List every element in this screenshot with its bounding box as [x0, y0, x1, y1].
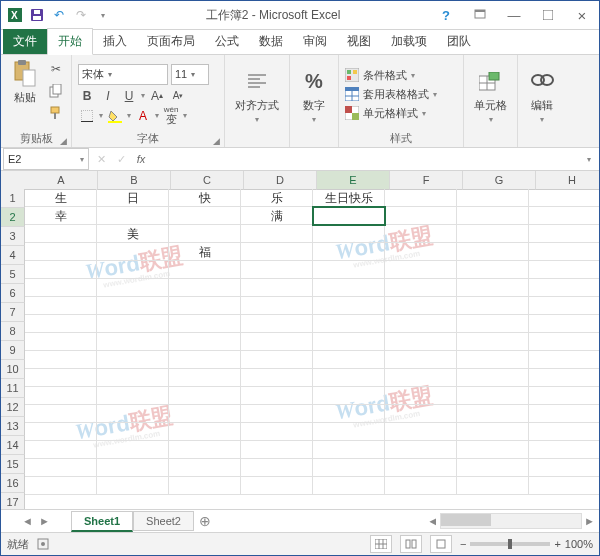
tab-home[interactable]: 开始 [47, 28, 93, 55]
cell-C13[interactable] [169, 405, 241, 423]
cell-A2[interactable]: 幸 [25, 207, 97, 225]
page-break-view-icon[interactable] [430, 535, 452, 553]
cell-D16[interactable] [241, 459, 313, 477]
font-launcher-icon[interactable]: ◢ [213, 136, 220, 146]
cell-G15[interactable] [457, 441, 529, 459]
fill-color-button[interactable] [106, 107, 124, 125]
cell-C16[interactable] [169, 459, 241, 477]
cell-E3[interactable] [313, 225, 385, 243]
redo-icon[interactable]: ↷ [73, 7, 89, 23]
undo-icon[interactable]: ↶ [51, 7, 67, 23]
expand-formula-icon[interactable]: ▾ [579, 149, 599, 169]
clipboard-launcher-icon[interactable]: ◢ [60, 136, 67, 146]
cell-E12[interactable] [313, 387, 385, 405]
cell-H3[interactable] [529, 225, 599, 243]
col-header-G[interactable]: G [463, 171, 536, 190]
row-header-1[interactable]: 1 [1, 189, 25, 208]
tab-view[interactable]: 视图 [337, 29, 381, 54]
cell-B17[interactable] [97, 477, 169, 495]
col-header-F[interactable]: F [390, 171, 463, 190]
cell-G16[interactable] [457, 459, 529, 477]
cell-D9[interactable] [241, 333, 313, 351]
cell-C4[interactable]: 福 [169, 243, 241, 261]
font-family-combo[interactable]: 宋体▾ [78, 64, 168, 85]
maximize-icon[interactable] [531, 1, 565, 29]
italic-button[interactable]: I [99, 87, 117, 105]
cell-A1[interactable]: 生 [25, 189, 97, 207]
zoom-in-icon[interactable]: + [554, 538, 560, 550]
alignment-button[interactable]: 对齐方式▾ [231, 66, 283, 126]
cell-E16[interactable] [313, 459, 385, 477]
help-icon[interactable]: ? [429, 1, 463, 29]
cell-F8[interactable] [385, 315, 457, 333]
cell-F6[interactable] [385, 279, 457, 297]
cell-E5[interactable] [313, 261, 385, 279]
cell-F2[interactable] [385, 207, 457, 225]
cell-E11[interactable] [313, 369, 385, 387]
cell-F9[interactable] [385, 333, 457, 351]
cell-A3[interactable] [25, 225, 97, 243]
cell-B11[interactable] [97, 369, 169, 387]
cell-E7[interactable] [313, 297, 385, 315]
cell-A7[interactable] [25, 297, 97, 315]
row-header-3[interactable]: 3 [1, 227, 25, 246]
tab-team[interactable]: 团队 [437, 29, 481, 54]
row-header-5[interactable]: 5 [1, 265, 25, 284]
cell-G6[interactable] [457, 279, 529, 297]
cell-A15[interactable] [25, 441, 97, 459]
zoom-out-icon[interactable]: − [460, 538, 466, 550]
cell-H7[interactable] [529, 297, 599, 315]
ribbon-options-icon[interactable] [463, 1, 497, 29]
add-sheet-icon[interactable]: ⊕ [194, 513, 216, 529]
select-all-corner[interactable] [1, 171, 26, 190]
cell-B1[interactable]: 日 [97, 189, 169, 207]
cell-E13[interactable] [313, 405, 385, 423]
cell-E10[interactable] [313, 351, 385, 369]
col-header-D[interactable]: D [244, 171, 317, 190]
row-header-9[interactable]: 9 [1, 341, 25, 360]
cell-E14[interactable] [313, 423, 385, 441]
col-header-B[interactable]: B [98, 171, 171, 190]
tab-formulas[interactable]: 公式 [205, 29, 249, 54]
cell-C2[interactable] [169, 207, 241, 225]
cell-B7[interactable] [97, 297, 169, 315]
cell-H9[interactable] [529, 333, 599, 351]
editing-button[interactable]: 编辑▾ [524, 66, 560, 126]
cell-F10[interactable] [385, 351, 457, 369]
cell-styles-button[interactable]: 单元格样式 ▾ [345, 106, 457, 121]
paste-button[interactable]: 粘贴 [7, 58, 43, 107]
sheet-tab-2[interactable]: Sheet2 [133, 511, 194, 531]
cell-G17[interactable] [457, 477, 529, 495]
row-header-2[interactable]: 2 [1, 208, 25, 227]
cell-A9[interactable] [25, 333, 97, 351]
cell-H14[interactable] [529, 423, 599, 441]
cell-D5[interactable] [241, 261, 313, 279]
row-header-16[interactable]: 16 [1, 474, 25, 493]
cell-G3[interactable] [457, 225, 529, 243]
cell-G9[interactable] [457, 333, 529, 351]
cell-D7[interactable] [241, 297, 313, 315]
cell-H12[interactable] [529, 387, 599, 405]
fx-icon[interactable]: fx [131, 149, 151, 169]
cell-F5[interactable] [385, 261, 457, 279]
font-color-button[interactable]: A [134, 107, 152, 125]
cell-B4[interactable] [97, 243, 169, 261]
close-icon[interactable]: × [565, 1, 599, 29]
cell-F1[interactable] [385, 189, 457, 207]
cell-A4[interactable] [25, 243, 97, 261]
cell-D14[interactable] [241, 423, 313, 441]
cell-grid[interactable]: Word联盟www.wordlm.com Word联盟www.wordlm.co… [25, 189, 599, 509]
cell-D11[interactable] [241, 369, 313, 387]
cell-B14[interactable] [97, 423, 169, 441]
cell-B13[interactable] [97, 405, 169, 423]
cell-H16[interactable] [529, 459, 599, 477]
cell-C7[interactable] [169, 297, 241, 315]
cell-E4[interactable] [313, 243, 385, 261]
qat-dropdown-icon[interactable]: ▾ [95, 7, 111, 23]
cell-G5[interactable] [457, 261, 529, 279]
cell-C5[interactable] [169, 261, 241, 279]
cell-G11[interactable] [457, 369, 529, 387]
cell-E6[interactable] [313, 279, 385, 297]
cell-C8[interactable] [169, 315, 241, 333]
cell-E15[interactable] [313, 441, 385, 459]
